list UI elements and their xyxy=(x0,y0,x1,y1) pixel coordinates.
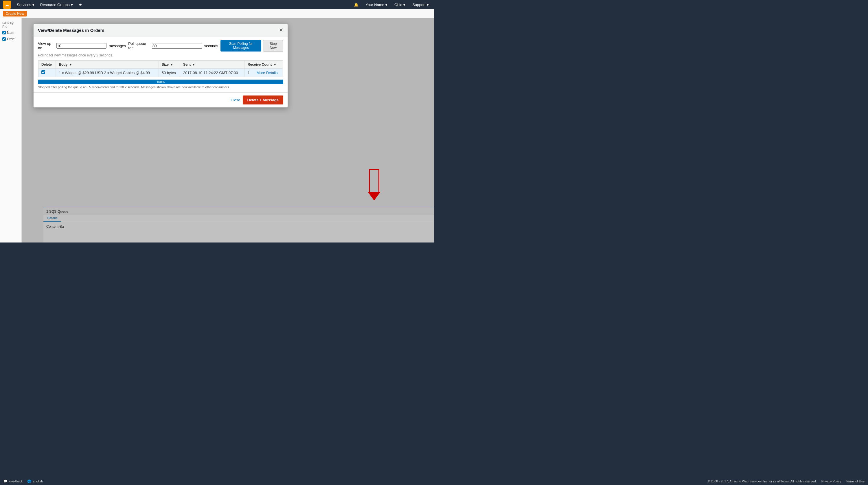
sidebar-item-1[interactable]: Nam xyxy=(0,30,22,36)
stop-now-button[interactable]: Stop Now xyxy=(263,40,283,52)
filter-label: Filter by Pre xyxy=(0,20,22,30)
seconds-label: seconds xyxy=(204,44,218,48)
sort-size-icon[interactable]: ▾ xyxy=(171,62,173,66)
col-body: Body ▾ xyxy=(56,61,159,68)
stopped-text: Stopped after polling the queue at 0.5 r… xyxy=(38,85,283,89)
progress-bar-fill: 100% xyxy=(38,80,283,84)
resource-groups-menu[interactable]: Resource Groups ▾ xyxy=(38,1,75,8)
close-button[interactable]: Close xyxy=(230,98,240,102)
more-details-link[interactable]: More Details xyxy=(257,70,278,75)
col-receive-count: Receive Count ▾ xyxy=(245,61,283,68)
poll-queue-label: Poll queue for: xyxy=(128,41,149,50)
table-row: 1 x Widget @ $29.99 USD 2 x Widget Cable… xyxy=(38,68,283,77)
region-menu[interactable]: Ohio ▾ xyxy=(392,1,408,8)
aws-logo: ☁ xyxy=(3,1,11,9)
row-receive-count-cell: 1 More Details xyxy=(245,68,283,77)
view-delete-messages-modal: View/Delete Messages in Orders ✕ View up… xyxy=(33,24,288,108)
row-sent-cell: 2017-08-10 11:24:22 GMT-07:00 xyxy=(180,68,245,77)
messages-table: Delete Body ▾ Size ▾ xyxy=(38,60,283,77)
sidebar-item-label-2: Orde xyxy=(7,37,15,41)
chevron-down-icon: ▾ xyxy=(427,3,429,7)
messages-table-container: Delete Body ▾ Size ▾ xyxy=(38,60,283,77)
bell-icon: 🔔 xyxy=(354,3,359,7)
chevron-down-icon: ▾ xyxy=(32,3,34,7)
modal-controls-row: View up to: messages Poll queue for: sec… xyxy=(38,40,283,52)
modal-title: View/Delete Messages in Orders xyxy=(38,28,104,33)
support-menu[interactable]: Support ▾ xyxy=(410,1,431,8)
row-delete-cell xyxy=(38,68,56,77)
view-up-to-label: View up to: xyxy=(38,41,54,50)
sort-body-icon[interactable]: ▾ xyxy=(70,62,71,66)
table-header-row: Delete Body ▾ Size ▾ xyxy=(38,61,283,68)
modal-header: View/Delete Messages in Orders ✕ xyxy=(34,24,288,36)
polling-status-text: Polling for new messages once every 2 se… xyxy=(38,53,283,57)
arrow-box xyxy=(369,169,379,192)
col-delete: Delete xyxy=(38,61,56,68)
row-body-cell: 1 x Widget @ $29.99 USD 2 x Widget Cable… xyxy=(56,68,159,77)
arrow-head xyxy=(368,192,380,201)
progress-label: 100% xyxy=(157,80,165,84)
sidebar-item-2[interactable]: Orde xyxy=(0,36,22,42)
favorites-star[interactable]: ★ xyxy=(76,1,85,8)
main-content: View/Delete Messages in Orders ✕ View up… xyxy=(22,18,434,243)
chevron-down-icon: ▾ xyxy=(403,3,405,7)
chevron-down-icon: ▾ xyxy=(71,3,73,7)
modal-footer: Close Delete 1 Message xyxy=(34,92,288,108)
sort-receive-count-icon[interactable]: ▾ xyxy=(274,62,276,66)
sidebar-item-label-1: Nam xyxy=(7,31,14,35)
chevron-down-icon: ▾ xyxy=(385,3,388,7)
progress-bar-container: 100% xyxy=(38,80,283,84)
col-size: Size ▾ xyxy=(159,61,180,68)
messages-label: messages xyxy=(109,44,126,48)
row-delete-checkbox[interactable] xyxy=(41,70,45,74)
modal-close-button[interactable]: ✕ xyxy=(279,27,283,33)
secondary-toolbar: Create New xyxy=(0,9,434,18)
col-sent: Sent ▾ xyxy=(180,61,245,68)
user-menu[interactable]: Your Name ▾ xyxy=(363,1,390,8)
sidebar: Filter by Pre Nam Orde xyxy=(0,18,22,243)
delete-message-button[interactable]: Delete 1 Message xyxy=(243,95,283,104)
row-size-cell: 50 bytes xyxy=(159,68,180,77)
notifications-bell[interactable]: 🔔 xyxy=(351,1,361,8)
modal-body: View up to: messages Poll queue for: sec… xyxy=(34,36,288,92)
top-navigation: ☁ Services ▾ Resource Groups ▾ ★ 🔔 Your … xyxy=(0,0,434,9)
sort-sent-icon[interactable]: ▾ xyxy=(193,62,194,66)
arrow-annotation xyxy=(368,169,380,201)
create-new-button[interactable]: Create New xyxy=(3,11,27,17)
start-polling-button[interactable]: Start Polling for Messages xyxy=(220,40,261,52)
sidebar-checkbox-2[interactable] xyxy=(2,37,6,41)
poll-queue-input[interactable] xyxy=(152,43,202,49)
sidebar-checkbox-1[interactable] xyxy=(2,31,6,34)
services-menu[interactable]: Services ▾ xyxy=(14,1,37,8)
main-layout: Filter by Pre Nam Orde View/Delete Messa… xyxy=(0,18,434,243)
view-up-to-input[interactable] xyxy=(56,43,106,49)
